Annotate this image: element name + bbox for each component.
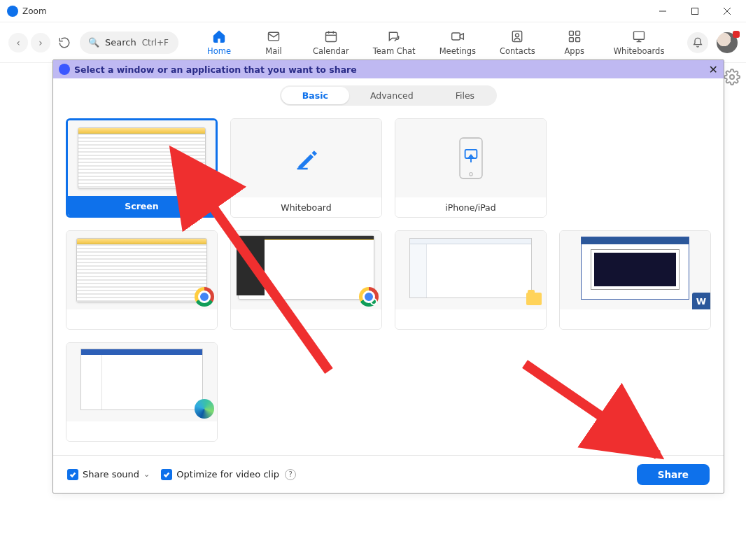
share-option-window-chrome-1[interactable] bbox=[66, 230, 218, 330]
tab-label: Calendar bbox=[313, 46, 349, 56]
window-title: Zoom bbox=[22, 6, 47, 16]
tab-calendar[interactable]: Calendar bbox=[313, 29, 349, 56]
edge-icon bbox=[195, 399, 214, 419]
main-toolbar: ‹ › 🔍 Search Ctrl+F Home Mail Calendar T… bbox=[0, 22, 746, 63]
iphone-icon bbox=[458, 136, 484, 180]
maximize-button[interactable] bbox=[679, 0, 711, 22]
home-icon bbox=[211, 29, 227, 44]
share-option-whiteboard[interactable]: Whiteboard bbox=[230, 118, 382, 218]
checkbox-checked-icon bbox=[161, 469, 172, 480]
svg-rect-14 bbox=[569, 38, 573, 42]
tab-label: Whiteboards bbox=[614, 46, 665, 56]
tab-team-chat[interactable]: Team Chat bbox=[373, 29, 416, 56]
tab-contacts[interactable]: Contacts bbox=[500, 29, 535, 56]
tab-label: Team Chat bbox=[373, 46, 416, 56]
share-option-caption: Screen bbox=[68, 196, 216, 216]
svg-rect-15 bbox=[575, 38, 579, 42]
tab-label: Apps bbox=[565, 46, 584, 56]
checkbox-label: Share sound bbox=[83, 469, 139, 479]
search-input[interactable]: 🔍 Search Ctrl+F bbox=[80, 31, 178, 54]
svg-point-19 bbox=[730, 75, 734, 79]
share-option-caption: iPhone/iPad bbox=[395, 197, 546, 217]
svg-rect-12 bbox=[569, 31, 573, 36]
search-icon: 🔍 bbox=[88, 37, 99, 48]
share-option-caption bbox=[66, 309, 217, 329]
svg-rect-5 bbox=[325, 32, 336, 41]
notifications-button[interactable] bbox=[687, 32, 708, 53]
dialog-tab-segment: Basic Advanced Files bbox=[280, 85, 497, 106]
nav-tabs: Home Mail Calendar Team Chat Meetings Co… bbox=[204, 29, 664, 56]
zoom-app-icon bbox=[7, 6, 18, 17]
svg-rect-1 bbox=[692, 8, 698, 14]
word-icon: W bbox=[692, 293, 710, 309]
whiteboards-icon bbox=[631, 29, 647, 44]
settings-gear-icon[interactable] bbox=[724, 69, 740, 85]
nav-forward-button[interactable]: › bbox=[31, 33, 50, 52]
share-option-caption bbox=[66, 421, 217, 441]
dialog-tab-advanced[interactable]: Advanced bbox=[349, 87, 435, 104]
dialog-header: Select a window or an application that y… bbox=[53, 60, 724, 78]
share-option-caption bbox=[560, 309, 710, 329]
dialog-footer: Share sound ⌄ Optimize for video clip ? … bbox=[53, 455, 724, 493]
titlebar: Zoom bbox=[0, 0, 746, 22]
dialog-tab-files[interactable]: Files bbox=[435, 87, 495, 104]
tab-apps[interactable]: Apps bbox=[559, 29, 590, 56]
share-option-window-chrome-2[interactable] bbox=[230, 230, 382, 330]
checkbox-checked-icon bbox=[67, 469, 78, 480]
search-shortcut: Ctrl+F bbox=[142, 38, 169, 48]
window-controls bbox=[647, 0, 743, 22]
optimize-video-checkbox[interactable]: Optimize for video clip ? bbox=[161, 469, 296, 480]
tab-whiteboards[interactable]: Whiteboards bbox=[614, 29, 665, 56]
video-icon bbox=[450, 29, 465, 44]
dialog-close-button[interactable]: ✕ bbox=[709, 63, 718, 76]
share-screen-dialog: Select a window or an application that y… bbox=[52, 59, 724, 493]
nav-back-button[interactable]: ‹ bbox=[8, 33, 28, 52]
share-option-window-zoom[interactable] bbox=[66, 342, 218, 442]
dialog-header-icon bbox=[59, 64, 70, 75]
dialog-title: Select a window or an application that y… bbox=[74, 64, 357, 75]
calendar-icon bbox=[323, 29, 339, 44]
svg-point-22 bbox=[469, 173, 472, 176]
tab-mail[interactable]: Mail bbox=[258, 29, 289, 56]
tab-label: Mail bbox=[265, 46, 281, 56]
chevron-down-icon[interactable]: ⌄ bbox=[143, 470, 150, 479]
share-option-caption bbox=[395, 309, 546, 329]
tab-label: Contacts bbox=[500, 46, 535, 56]
share-option-window-word[interactable]: W bbox=[559, 230, 711, 330]
share-sound-checkbox[interactable]: Share sound ⌄ bbox=[67, 469, 150, 480]
share-option-iphone[interactable]: iPhone/iPad bbox=[395, 118, 547, 218]
dialog-tab-row: Basic Advanced Files bbox=[53, 78, 724, 111]
dialog-body: Screen Whiteboard iPho bbox=[53, 111, 724, 455]
share-option-window-explorer[interactable] bbox=[395, 230, 547, 330]
svg-rect-9 bbox=[451, 33, 460, 40]
tab-meetings[interactable]: Meetings bbox=[439, 29, 476, 56]
chrome-icon bbox=[359, 287, 379, 307]
share-button[interactable]: Share bbox=[637, 464, 710, 485]
tab-home[interactable]: Home bbox=[204, 29, 234, 56]
contacts-icon bbox=[509, 29, 525, 44]
dialog-tab-basic[interactable]: Basic bbox=[281, 87, 349, 104]
chat-icon bbox=[386, 29, 402, 44]
svg-rect-16 bbox=[634, 31, 645, 39]
svg-point-11 bbox=[516, 34, 519, 37]
search-label: Search bbox=[105, 37, 136, 48]
pencil-icon bbox=[293, 144, 321, 172]
user-avatar[interactable] bbox=[717, 32, 738, 53]
share-option-caption bbox=[231, 309, 381, 329]
share-option-caption: Whiteboard bbox=[231, 197, 381, 217]
tab-label: Meetings bbox=[439, 46, 476, 56]
apps-icon bbox=[567, 29, 582, 44]
minimize-button[interactable] bbox=[647, 0, 679, 22]
tab-label: Home bbox=[207, 46, 231, 56]
refresh-button[interactable] bbox=[55, 33, 74, 52]
mail-icon bbox=[266, 29, 281, 44]
chrome-icon bbox=[195, 287, 214, 307]
svg-rect-13 bbox=[575, 31, 579, 36]
share-option-screen[interactable]: Screen bbox=[66, 118, 218, 218]
folder-icon bbox=[526, 293, 542, 305]
help-icon[interactable]: ? bbox=[285, 469, 296, 480]
close-button[interactable] bbox=[711, 0, 743, 22]
checkbox-label: Optimize for video clip bbox=[176, 469, 279, 479]
